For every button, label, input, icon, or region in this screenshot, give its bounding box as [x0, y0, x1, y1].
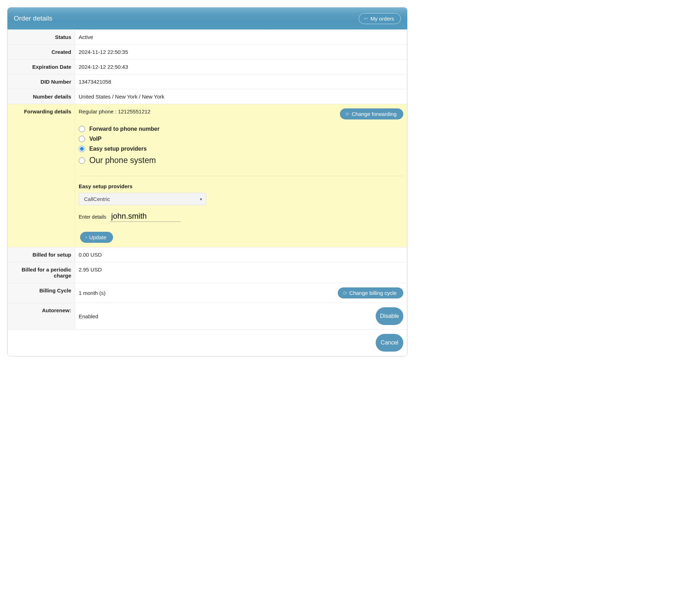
update-button[interactable]: ▪ Update [80, 232, 113, 243]
easy-setup-section-title: Easy setup providers [79, 183, 403, 189]
billing-cycle-value: 1 month (s) [79, 290, 106, 296]
autorenew-row: Autorenew: Enabled Disable [8, 303, 407, 330]
forwarding-current: Regular phone : 12125551212 [79, 108, 151, 114]
provider-select[interactable]: CallCentric [79, 193, 206, 205]
status-label: Status [8, 30, 75, 45]
my-orders-button[interactable]: ↩ My orders [359, 13, 401, 24]
number-details-label: Number details [8, 89, 75, 104]
radio-forward-phone-label: Forward to phone number [89, 126, 159, 132]
billed-setup-label: Billed for setup [8, 247, 75, 262]
billing-cycle-row: Billing Cycle 1 month (s) ⟳ Change billi… [8, 283, 407, 303]
radio-our-phone-system[interactable] [79, 157, 85, 164]
panel-header: Order details ↩ My orders [7, 7, 407, 29]
billed-periodic-value: 2.95 USD [75, 262, 407, 283]
forwarding-radio-group: Forward to phone number VoIP Easy setup … [79, 126, 403, 165]
number-details-row: Number details United States / New York … [8, 89, 407, 104]
footer-row: Cancel [8, 330, 407, 356]
forwarding-label: Forwarding details [8, 104, 75, 247]
created-value: 2024-11-12 22:50:35 [75, 45, 407, 60]
change-forwarding-button[interactable]: ⟳ Change forwarding [340, 108, 403, 119]
radio-easy-setup-label: Easy setup providers [89, 146, 147, 152]
did-value: 13473421058 [75, 74, 407, 89]
enter-details-label: Enter details [79, 214, 106, 220]
radio-voip[interactable] [79, 136, 85, 142]
radio-easy-setup[interactable] [79, 146, 85, 152]
billed-setup-row: Billed for setup 0.00 USD [8, 247, 407, 262]
cancel-button[interactable]: Cancel [376, 334, 403, 352]
status-row: Status Active [8, 30, 407, 45]
divider [79, 176, 403, 176]
cancel-label: Cancel [381, 340, 398, 346]
did-row: DID Number 13473421058 [8, 74, 407, 89]
expiration-label: Expiration Date [8, 60, 75, 74]
status-value: Active [75, 30, 407, 45]
radio-our-phone-system-label: Our phone system [89, 156, 156, 165]
update-label: Update [89, 234, 106, 240]
forwarding-row: Forwarding details Regular phone : 12125… [8, 104, 407, 247]
change-forwarding-label: Change forwarding [352, 111, 397, 117]
number-details-value: United States / New York / New York [75, 89, 407, 104]
autorenew-label: Autorenew: [8, 303, 75, 330]
autorenew-value: Enabled [79, 313, 98, 319]
change-billing-label: Change billing cycle [349, 290, 397, 296]
enter-details-input[interactable] [110, 211, 181, 222]
page-title: Order details [14, 15, 52, 22]
billed-setup-value: 0.00 USD [75, 247, 407, 262]
order-details-panel: Order details ↩ My orders Status Active … [7, 7, 408, 357]
disable-button[interactable]: Disable [376, 307, 403, 325]
change-billing-cycle-button[interactable]: ⟳ Change billing cycle [338, 287, 403, 298]
expiration-row: Expiration Date 2024-12-12 22:50:43 [8, 60, 407, 74]
my-orders-label: My orders [370, 16, 394, 22]
created-label: Created [8, 45, 75, 60]
back-arrow-icon: ↩ [364, 16, 368, 21]
billing-cycle-label: Billing Cycle [8, 283, 75, 303]
refresh-icon: ⟳ [343, 290, 347, 296]
expiration-value: 2024-12-12 22:50:43 [75, 60, 407, 74]
radio-voip-label: VoIP [89, 136, 101, 142]
did-label: DID Number [8, 74, 75, 89]
disable-label: Disable [380, 313, 399, 319]
save-icon: ▪ [85, 235, 87, 240]
refresh-icon: ⟳ [345, 111, 349, 117]
billed-periodic-row: Billed for a periodic charge 2.95 USD [8, 262, 407, 283]
details-table: Status Active Created 2024-11-12 22:50:3… [7, 29, 407, 356]
created-row: Created 2024-11-12 22:50:35 [8, 45, 407, 60]
billed-periodic-label: Billed for a periodic charge [8, 262, 75, 283]
radio-forward-phone[interactable] [79, 126, 85, 132]
